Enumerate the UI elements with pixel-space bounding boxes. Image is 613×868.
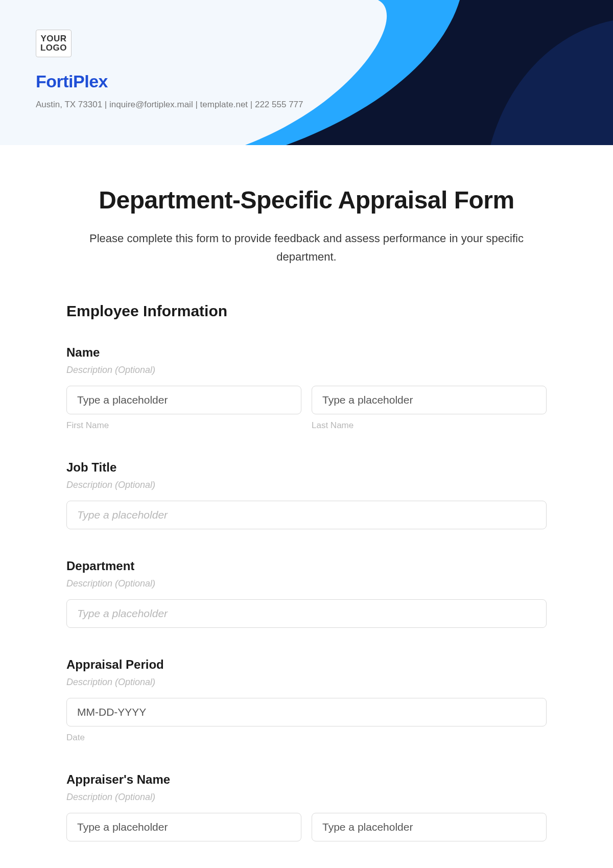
field-desc-appraiser: Description (Optional) <box>66 792 547 803</box>
section-employee-info: Employee Information <box>66 302 547 320</box>
field-desc-name: Description (Optional) <box>66 365 547 376</box>
form-body: Department-Specific Appraisal Form Pleas… <box>0 145 613 868</box>
logo-placeholder: YOUR LOGO <box>36 30 72 57</box>
first-name-caption: First Name <box>66 420 301 431</box>
appraisal-period-input[interactable] <box>66 698 547 726</box>
header-banner: YOUR LOGO FortiPlex Austin, TX 73301 | i… <box>0 0 613 145</box>
field-job-title: Job Title Description (Optional) <box>66 460 547 529</box>
brand-name: FortiPlex <box>36 72 108 91</box>
last-name-caption: Last Name <box>312 420 547 431</box>
field-label-appraisal-period: Appraisal Period <box>66 658 547 672</box>
field-appraiser: Appraiser's Name Description (Optional) <box>66 772 547 841</box>
form-intro: Please complete this form to provide fee… <box>82 229 531 267</box>
field-desc-job-title: Description (Optional) <box>66 480 547 490</box>
field-name: Name Description (Optional) First Name L… <box>66 345 547 431</box>
form-title: Department-Specific Appraisal Form <box>66 186 547 214</box>
first-name-input[interactable] <box>66 386 301 414</box>
field-label-job-title: Job Title <box>66 460 547 475</box>
job-title-input[interactable] <box>66 501 547 529</box>
field-label-appraiser: Appraiser's Name <box>66 772 547 787</box>
appraiser-last-name-input[interactable] <box>312 813 547 841</box>
appraisal-period-caption: Date <box>66 733 547 743</box>
banner-art <box>225 0 613 145</box>
department-input[interactable] <box>66 599 547 628</box>
contact-line: Austin, TX 73301 | inquire@fortiplex.mai… <box>36 100 303 110</box>
field-label-department: Department <box>66 559 547 573</box>
field-desc-department: Description (Optional) <box>66 578 547 589</box>
field-desc-appraisal-period: Description (Optional) <box>66 677 547 688</box>
field-label-name: Name <box>66 345 547 360</box>
appraiser-first-name-input[interactable] <box>66 813 301 841</box>
last-name-input[interactable] <box>312 386 547 414</box>
document-page: YOUR LOGO FortiPlex Austin, TX 73301 | i… <box>0 0 613 868</box>
field-appraisal-period: Appraisal Period Description (Optional) … <box>66 658 547 743</box>
field-department: Department Description (Optional) <box>66 559 547 628</box>
